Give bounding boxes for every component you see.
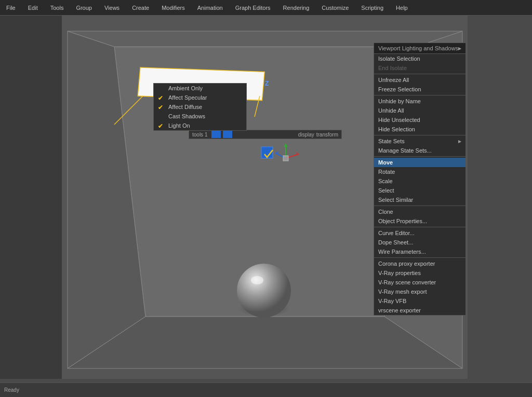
transform-label: transform <box>316 132 338 138</box>
left-sidebar <box>0 16 62 379</box>
separator-4 <box>374 156 466 157</box>
state-sets[interactable]: State Sets ▶ <box>374 136 466 146</box>
tools-bar: tools 1 display transform <box>189 130 342 139</box>
viewport-lighting-arrow: ▶ <box>458 46 461 51</box>
menu-tools[interactable]: Tools <box>48 4 66 12</box>
hide-unselected[interactable]: Hide Unselected <box>374 115 466 125</box>
ambient-only-label: Ambient Only <box>168 85 203 91</box>
status-bar: Ready <box>0 387 23 393</box>
corona-proxy-exporter[interactable]: Corona proxy exporter <box>374 259 466 268</box>
unfreeze-all[interactable]: Unfreeze All <box>374 75 466 85</box>
vray-mesh-export[interactable]: V-Ray mesh export <box>374 287 466 296</box>
menu-rendering[interactable]: Rendering <box>281 4 312 12</box>
menu-graph[interactable]: Graph Editors <box>233 4 273 12</box>
display-label: display <box>298 132 314 138</box>
light-on-check: ✔ <box>158 122 163 130</box>
isolate-selection[interactable]: Isolate Selection <box>374 54 466 63</box>
separator-7 <box>374 257 466 258</box>
vrscene-exporter[interactable]: vrscene exporter <box>374 306 466 315</box>
submenu-light: Ambient Only ✔ Affect Specular ✔ Affect … <box>153 83 247 131</box>
menu-scripting[interactable]: Scripting <box>359 4 385 12</box>
cast-shadows-label: Cast Shadows <box>168 113 205 119</box>
menu-create[interactable]: Create <box>130 4 151 12</box>
menu-customize[interactable]: Customize <box>320 4 351 12</box>
menu-animation[interactable]: Animation <box>195 4 225 12</box>
tools-mode-btn[interactable] <box>223 131 232 138</box>
affect-diffuse-label: Affect Diffuse <box>168 104 202 110</box>
vray-properties[interactable]: V-Ray properties <box>374 268 466 278</box>
menu-group[interactable]: Group <box>74 4 94 12</box>
menu-modifiers[interactable]: Modifiers <box>159 4 187 12</box>
bottom-toolbar: Ready <box>0 382 532 397</box>
manage-state-sets[interactable]: Manage State Sets... <box>374 146 466 155</box>
separator-6 <box>374 227 466 227</box>
clone-item[interactable]: Clone <box>374 207 466 216</box>
tools-label: tools 1 <box>189 132 210 138</box>
light-affect-specular[interactable]: ✔ Affect Specular <box>154 93 246 102</box>
svg-point-26 <box>251 276 263 284</box>
main-context-menu: Viewport Lighting and Shadows ▶ Isolate … <box>374 43 466 316</box>
scale-item[interactable]: Scale <box>374 176 466 186</box>
select-item[interactable]: Select <box>374 186 466 195</box>
svg-rect-23 <box>283 156 288 161</box>
select-similar-item[interactable]: Select Similar <box>374 195 466 204</box>
separator-1 <box>374 74 466 74</box>
light-cast-shadows[interactable]: Cast Shadows <box>154 112 246 121</box>
unhide-all[interactable]: Unhide All <box>374 106 466 115</box>
affect-specular-check: ✔ <box>158 94 163 102</box>
vray-scene-converter[interactable]: V-Ray scene converter <box>374 278 466 287</box>
state-sets-arrow: ▶ <box>458 139 461 144</box>
light-ambient-only[interactable]: Ambient Only <box>154 84 246 93</box>
vray-vfb[interactable]: V-Ray VFB <box>374 296 466 306</box>
svg-point-25 <box>237 264 291 318</box>
separator-3 <box>374 135 466 135</box>
menu-title-viewport-lighting: Viewport Lighting and Shadows ▶ <box>374 43 466 54</box>
affect-diffuse-check: ✔ <box>158 104 163 111</box>
light-affect-diffuse[interactable]: ✔ Affect Diffuse <box>154 102 246 112</box>
end-isolate[interactable]: End Isolate <box>374 63 466 73</box>
svg-text:Z: Z <box>265 80 269 87</box>
light-on-label: Light On <box>168 122 190 129</box>
viewport[interactable]: Z <box>62 16 468 379</box>
light-light-on[interactable]: ✔ Light On <box>154 121 246 130</box>
menu-edit[interactable]: Edit <box>26 4 40 12</box>
unhide-by-name[interactable]: Unhide by Name <box>374 97 466 106</box>
separator-2 <box>374 95 466 95</box>
hide-selection[interactable]: Hide Selection <box>374 125 466 134</box>
object-properties[interactable]: Object Properties... <box>374 216 466 226</box>
affect-specular-label: Affect Specular <box>168 94 207 101</box>
tools-display-btn[interactable] <box>211 131 221 138</box>
menu-views[interactable]: Views <box>102 4 122 12</box>
menu-file[interactable]: File <box>4 4 18 12</box>
top-menubar: File Edit Tools Group Views Create Modif… <box>0 0 532 16</box>
separator-5 <box>374 206 466 206</box>
move-item[interactable]: Move <box>374 158 466 167</box>
curve-editor[interactable]: Curve Editor... <box>374 228 466 238</box>
menu-help[interactable]: Help <box>394 4 410 12</box>
rotate-item[interactable]: Rotate <box>374 167 466 176</box>
freeze-selection[interactable]: Freeze Selection <box>374 85 466 94</box>
wire-parameters[interactable]: Wire Parameters... <box>374 247 466 256</box>
tools-right: display transform <box>298 132 341 138</box>
dope-sheet[interactable]: Dope Sheet... <box>374 238 466 247</box>
